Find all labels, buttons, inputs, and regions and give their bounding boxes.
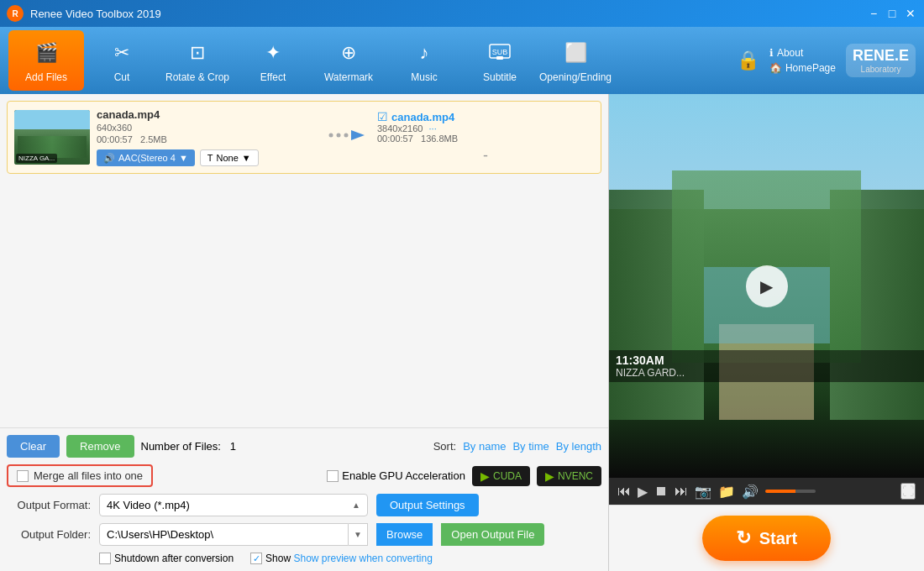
sort-by-time[interactable]: By time	[512, 440, 549, 453]
sort-by-length[interactable]: By length	[556, 440, 601, 453]
main-content: NIZZA GA... canada.mp4 640x360 00:00:57 …	[0, 94, 924, 571]
cuda-button[interactable]: ▶ CUDA	[472, 466, 530, 486]
browse-button[interactable]: Browse	[376, 523, 433, 546]
video-overlay: 11:30AM NIZZA GARD...	[609, 350, 924, 382]
bottom-controls: Clear Remove Number of Files: 1 Sort: By…	[0, 427, 608, 571]
music-button[interactable]: ♪ Music	[386, 30, 462, 91]
minimize-button[interactable]: −	[867, 7, 880, 20]
svg-point-5	[344, 134, 349, 138]
output-filename: canada.mp4	[391, 111, 454, 123]
merge-row: Merge all files into one Enable GPU Acce…	[7, 464, 601, 487]
rotate-crop-button[interactable]: ⊡ Rotate & Crop	[160, 30, 235, 91]
app-logo: R	[7, 5, 24, 22]
folder-button[interactable]: 📁	[718, 484, 735, 500]
effect-label: Effect	[260, 71, 286, 83]
output-folder-label: Output Folder:	[7, 528, 91, 541]
subtitle-select[interactable]: T None ▼	[200, 149, 259, 166]
opening-ending-button[interactable]: ⬜ Opening/Ending	[538, 30, 613, 91]
subtitle-label: Subtitle	[483, 71, 517, 83]
volume-slider[interactable]	[765, 490, 816, 493]
merge-checkbox[interactable]	[17, 470, 29, 482]
file-info: canada.mp4 640x360 00:00:57 2.5MB 🔊 AAC(…	[97, 108, 313, 166]
output-format-select[interactable]: 4K Video (*.mp4) ▲	[99, 494, 368, 516]
maximize-button[interactable]: □	[885, 7, 899, 20]
thumb-label: NIZZA GA...	[16, 154, 57, 163]
watermark-button[interactable]: ⊕ Watermark	[311, 30, 386, 91]
file-controls: 🔊 AAC(Stereo 4 ▼ T None ▼	[97, 149, 313, 166]
home-icon: 🏠	[769, 62, 782, 74]
svg-rect-2	[496, 56, 503, 60]
add-files-icon: 🎬	[31, 38, 61, 68]
output-format-row: Output Format: 4K Video (*.mp4) ▲ Output…	[7, 494, 601, 516]
file-count-label: Number of Files: 1	[141, 440, 236, 453]
cut-icon: ✂	[107, 38, 137, 68]
remove-button[interactable]: Remove	[66, 435, 134, 458]
clear-button[interactable]: Clear	[7, 435, 60, 458]
merge-checkbox-wrap[interactable]: Merge all files into one	[7, 464, 153, 487]
about-home-section: ℹ About 🏠 HomePage	[769, 47, 836, 74]
gpu-checkbox-box[interactable]	[327, 470, 339, 482]
nvenc-button[interactable]: ▶ NVENC	[537, 466, 601, 486]
video-time: 11:30AM	[616, 354, 917, 367]
shutdown-checkbox[interactable]	[99, 553, 111, 564]
music-icon: ♪	[409, 38, 439, 68]
start-icon: ↻	[736, 527, 751, 549]
play-pause-button[interactable]: ▶	[638, 484, 648, 500]
cut-label: Cut	[114, 71, 130, 83]
video-controls: ⏮ ▶ ⏹ ⏭ 📷 📁 🔊 ⛶	[609, 478, 924, 505]
screenshot-button[interactable]: 📷	[695, 484, 711, 500]
output-resolution: 3840x2160 ···	[377, 123, 594, 134]
preview-checkbox[interactable]	[250, 553, 262, 564]
watermark-icon: ⊕	[333, 38, 364, 68]
homepage-link[interactable]: 🏠 HomePage	[769, 62, 836, 74]
folder-dropdown-arrow[interactable]: ▼	[349, 523, 368, 546]
file-duration-size: 00:00:57 2.5MB	[97, 134, 313, 144]
cut-button[interactable]: ✂ Cut	[84, 30, 160, 91]
opening-ending-label: Opening/Ending	[539, 71, 612, 83]
close-button[interactable]: ✕	[904, 7, 917, 20]
about-link[interactable]: ℹ About	[769, 47, 836, 59]
toolbar: 🎬 Add Files ✂ Cut ⊡ Rotate & Crop ✦ Effe…	[0, 27, 924, 94]
output-info: ☑ canada.mp4 3840x2160 ··· 00:00:57 136.…	[377, 110, 594, 165]
skip-forward-button[interactable]: ⏭	[675, 484, 688, 499]
output-format-label: Output Format:	[7, 499, 91, 511]
output-settings-button[interactable]: Output Settings	[376, 494, 479, 516]
options-row: Shutdown after conversion Show Show prev…	[7, 553, 601, 564]
folder-path-input[interactable]	[99, 523, 349, 546]
open-output-button[interactable]: Open Output File	[441, 523, 544, 546]
start-button[interactable]: ↻ Start	[702, 516, 832, 561]
svg-text:SUB: SUB	[492, 48, 508, 56]
fullscreen-button[interactable]: ⛶	[900, 483, 916, 500]
music-label: Music	[411, 71, 437, 83]
more-settings-link[interactable]: ···	[429, 123, 437, 134]
subtitle-button[interactable]: SUB Subtitle	[462, 30, 538, 91]
merge-label: Merge all files into one	[34, 469, 143, 482]
preview-option[interactable]: Show Show preview when converting	[250, 553, 433, 564]
play-button[interactable]: ▶	[746, 265, 788, 307]
skip-back-button[interactable]: ⏮	[617, 484, 631, 499]
video-preview: 11:30AM NIZZA GARD... ▶	[609, 94, 924, 478]
gpu-checkbox[interactable]: Enable GPU Acceleration	[327, 469, 465, 482]
output-duration-size: 00:00:57 136.8MB	[377, 134, 594, 144]
stop-button[interactable]: ⏹	[654, 484, 668, 499]
file-item: NIZZA GA... canada.mp4 640x360 00:00:57 …	[7, 101, 601, 174]
svg-point-4	[337, 134, 341, 138]
add-files-button[interactable]: 🎬 Add Files	[8, 30, 84, 91]
svg-marker-6	[351, 130, 365, 140]
output-folder-row: Output Folder: ▼ Browse Open Output File	[7, 523, 601, 546]
sort-by-name[interactable]: By name	[463, 440, 506, 453]
audio-select[interactable]: 🔊 AAC(Stereo 4 ▼	[97, 149, 195, 166]
video-location: NIZZA GARD...	[616, 367, 917, 379]
effect-icon: ✦	[258, 38, 288, 68]
file-thumbnail: NIZZA GA...	[14, 110, 90, 165]
shutdown-option[interactable]: Shutdown after conversion	[99, 553, 234, 564]
effect-button[interactable]: ✦ Effect	[235, 30, 311, 91]
svg-point-3	[329, 134, 333, 138]
button-row: Clear Remove Number of Files: 1 Sort: By…	[7, 435, 601, 458]
rotate-crop-label: Rotate & Crop	[165, 71, 229, 83]
volume-icon[interactable]: 🔊	[742, 484, 759, 500]
app-title: Renee Video Toolbox 2019	[30, 8, 867, 20]
title-bar: R Renee Video Toolbox 2019 − □ ✕	[0, 0, 924, 27]
start-section: ↻ Start	[609, 505, 924, 571]
subtitle-icon: SUB	[485, 38, 515, 68]
